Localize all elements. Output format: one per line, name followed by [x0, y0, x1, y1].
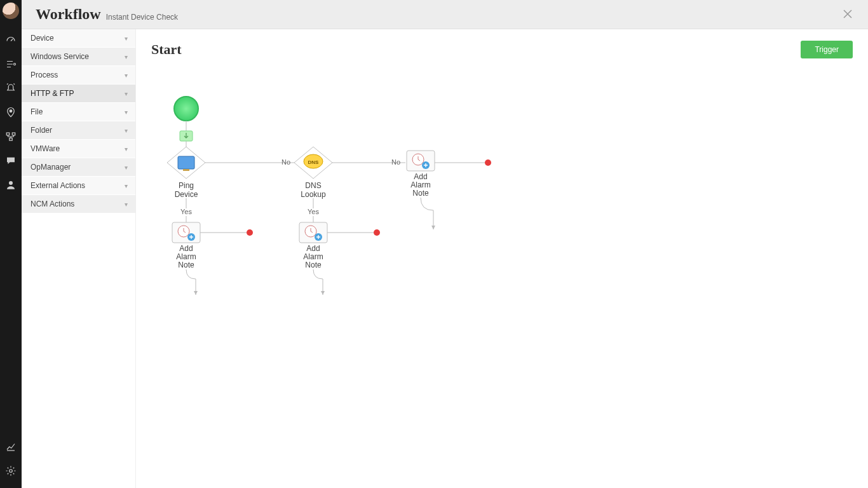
- nav-rail: [0, 0, 22, 488]
- end-node[interactable]: [485, 159, 491, 166]
- node-label: Alarm: [176, 252, 196, 261]
- node-label: Device: [175, 190, 198, 199]
- monitor-icon: [178, 156, 194, 169]
- topology-icon[interactable]: [0, 125, 22, 149]
- chevron-down-icon: ▾: [125, 72, 128, 79]
- page-title: Workflow: [36, 6, 101, 23]
- end-node[interactable]: [374, 229, 380, 236]
- dashboard-icon[interactable]: [0, 28, 22, 52]
- map-pin-icon[interactable]: [0, 100, 22, 125]
- chat-icon[interactable]: [0, 149, 22, 173]
- svg-point-1: [10, 110, 12, 112]
- trigger-button[interactable]: Trigger: [801, 41, 853, 58]
- node-label: Note: [178, 261, 194, 269]
- sidebar-item-label: Windows Service: [31, 52, 89, 61]
- svg-rect-10: [183, 169, 189, 171]
- canvas-heading: Start: [151, 41, 182, 58]
- sidebar-item-label: VMWare: [31, 144, 60, 153]
- edge-label-yes: Yes: [308, 208, 319, 215]
- node-label: Lookup: [301, 190, 326, 199]
- node-label: Add: [414, 172, 427, 181]
- node-label: Note: [412, 189, 429, 198]
- node-label: Alarm: [410, 180, 430, 189]
- close-icon[interactable]: [839, 5, 857, 23]
- edge-label-yes: Yes: [180, 208, 192, 215]
- sidebar-item-label: External Actions: [31, 181, 85, 190]
- sidebar-item-file[interactable]: File▾: [22, 103, 135, 121]
- start-node[interactable]: [174, 97, 198, 121]
- dns-icon-label: DNS: [308, 159, 320, 165]
- sidebar-item-device[interactable]: Device▾: [22, 29, 135, 48]
- node-dns-lookup[interactable]: DNS: [294, 147, 332, 179]
- sidebar-item-label: Folder: [31, 126, 52, 135]
- node-label: Note: [305, 261, 322, 269]
- node-ping-device[interactable]: [167, 147, 205, 179]
- gear-icon[interactable]: [0, 459, 22, 483]
- sidebar-item-label: File: [31, 107, 43, 116]
- list-icon[interactable]: [0, 52, 22, 76]
- user-icon[interactable]: [0, 173, 22, 197]
- sidebar-item-label: HTTP & FTP: [31, 89, 74, 98]
- node-add-alarm-note-1[interactable]: [172, 222, 200, 243]
- chevron-down-icon: ▾: [125, 201, 128, 208]
- sidebar-item-ncm-actions[interactable]: NCM Actions▾: [22, 195, 135, 214]
- chevron-down-icon: ▾: [125, 164, 128, 171]
- svg-rect-2: [6, 133, 10, 135]
- chevron-down-icon: ▾: [125, 90, 128, 97]
- node-label: Alarm: [303, 252, 323, 261]
- chevron-down-icon: ▾: [125, 182, 128, 189]
- sidebar-item-folder[interactable]: Folder▾: [22, 121, 135, 140]
- node-label: Add: [179, 244, 193, 253]
- workflow-svg: Ping Device No DNS DNS Lookup No: [151, 67, 672, 334]
- node-add-alarm-note-3[interactable]: [407, 151, 435, 171]
- sidebar-item-opmanager[interactable]: OpManager▾: [22, 158, 135, 177]
- chevron-down-icon: ▾: [125, 109, 128, 116]
- edge-label-no: No: [391, 158, 400, 166]
- edge-label-no: No: [281, 158, 290, 166]
- node-label: Add: [306, 244, 320, 253]
- sidebar-item-external-actions[interactable]: External Actions▾: [22, 177, 135, 195]
- svg-point-5: [9, 181, 13, 185]
- alarm-icon[interactable]: [0, 76, 22, 100]
- node-label: DNS: [305, 181, 321, 190]
- page-subtitle: Instant Device Check: [106, 13, 178, 22]
- svg-point-0: [14, 64, 16, 65]
- sidebar-item-windows-service[interactable]: Windows Service▾: [22, 48, 135, 66]
- sidebar-item-label: Device: [31, 34, 54, 43]
- sidebar-item-label: NCM Actions: [31, 200, 74, 208]
- svg-point-6: [10, 470, 13, 473]
- chevron-down-icon: ▾: [125, 35, 128, 42]
- chevron-down-icon: ▾: [125, 53, 128, 60]
- sidebar-item-vmware[interactable]: VMWare▾: [22, 140, 135, 158]
- actions-sidebar: Device▾ Windows Service▾ Process▾ HTTP &…: [22, 29, 136, 488]
- node-add-alarm-note-2[interactable]: [299, 222, 327, 243]
- sidebar-item-http-ftp[interactable]: HTTP & FTP▾: [22, 85, 135, 103]
- workflow-canvas[interactable]: Start Trigger: [136, 29, 868, 488]
- avatar[interactable]: [3, 3, 19, 19]
- topbar: Workflow Instant Device Check: [22, 0, 868, 29]
- node-label: Ping: [179, 181, 194, 190]
- svg-rect-3: [12, 133, 15, 135]
- chevron-down-icon: ▾: [125, 127, 128, 134]
- sidebar-item-label: Process: [31, 71, 58, 79]
- chevron-down-icon: ▾: [125, 146, 128, 152]
- svg-rect-4: [10, 138, 13, 140]
- reports-icon[interactable]: [0, 435, 22, 459]
- sidebar-item-label: OpManager: [31, 163, 71, 172]
- end-node[interactable]: [247, 229, 253, 236]
- sidebar-item-process[interactable]: Process▾: [22, 66, 135, 85]
